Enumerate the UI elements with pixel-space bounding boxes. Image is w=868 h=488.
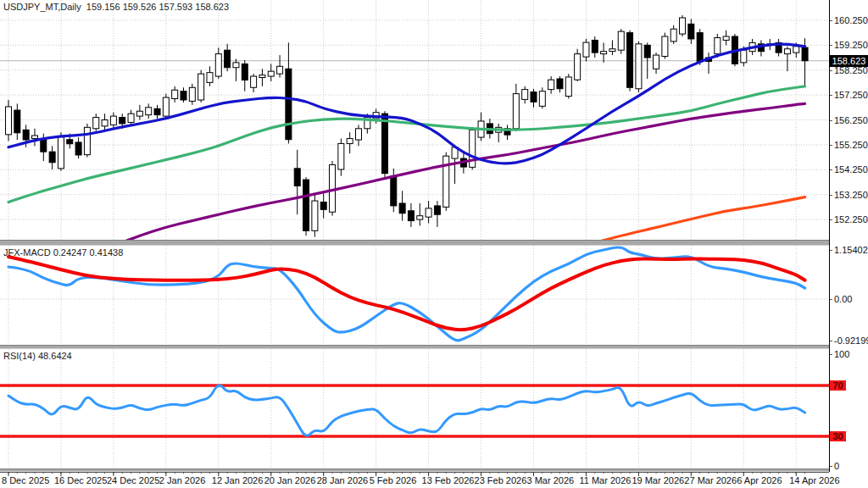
- rsi-value-label: 48.6424: [38, 351, 72, 361]
- candle[interactable]: [312, 193, 318, 236]
- macd-name-label: JFX-MACD: [3, 247, 51, 258]
- price-axis-label: 160.250: [834, 15, 868, 25]
- macd-axis-label: 1.15402: [834, 245, 868, 255]
- candle[interactable]: [531, 89, 537, 108]
- candle[interactable]: [618, 29, 624, 53]
- candle[interactable]: [259, 69, 265, 86]
- candle[interactable]: [504, 125, 510, 140]
- candle[interactable]: [347, 132, 353, 153]
- candle[interactable]: [784, 47, 790, 71]
- rsi-chart[interactable]: [0, 349, 829, 469]
- candle[interactable]: [776, 39, 782, 57]
- candle[interactable]: [110, 113, 116, 129]
- candle[interactable]: [198, 70, 204, 103]
- candle[interactable]: [654, 53, 659, 74]
- candle[interactable]: [434, 201, 440, 227]
- macd-chart[interactable]: [0, 246, 829, 345]
- candle[interactable]: [601, 42, 607, 63]
- candle[interactable]: [102, 114, 108, 130]
- candle[interactable]: [277, 55, 283, 77]
- candle[interactable]: [609, 40, 615, 55]
- candle[interactable]: [330, 161, 336, 216]
- candle[interactable]: [163, 94, 169, 119]
- candle[interactable]: [662, 33, 668, 59]
- candle[interactable]: [539, 87, 545, 108]
- date-label: 14 Apr 2026: [789, 475, 839, 485]
- candle[interactable]: [286, 42, 292, 143]
- candle[interactable]: [338, 139, 344, 176]
- ma-fast-blue-line: [8, 44, 805, 164]
- candle[interactable]: [706, 53, 712, 74]
- macd-axis-label: -0.92199: [834, 336, 868, 346]
- candle[interactable]: [627, 30, 633, 92]
- date-label: 20 Jan 2026: [264, 475, 316, 485]
- date-label: 12 Jan 2026: [212, 475, 264, 485]
- candle[interactable]: [636, 42, 642, 92]
- candle[interactable]: [181, 87, 186, 103]
- candle[interactable]: [680, 15, 686, 36]
- candle[interactable]: [426, 201, 431, 223]
- macd-title: JFX-MACD 0.24247 0.41438: [3, 247, 123, 258]
- price-axis[interactable]: 160.250159.250158.250157.250156.250155.2…: [829, 0, 868, 472]
- candle[interactable]: [136, 105, 142, 120]
- candle[interactable]: [688, 19, 694, 43]
- candle[interactable]: [93, 114, 99, 131]
- candle[interactable]: [356, 125, 362, 146]
- date-label: 8 Dec 2025: [2, 475, 49, 485]
- candle[interactable]: [294, 150, 300, 214]
- price-axis-label: 157.250: [834, 90, 868, 100]
- date-label: 5 Feb 2026: [370, 475, 417, 485]
- candle[interactable]: [303, 177, 309, 236]
- rsi-panel[interactable]: RSI(14) 48.6424: [0, 349, 829, 469]
- macd-panel[interactable]: JFX-MACD 0.24247 0.41438: [0, 246, 829, 345]
- panel-divider[interactable]: [0, 240, 868, 246]
- candle[interactable]: [215, 47, 221, 79]
- candle[interactable]: [320, 193, 326, 218]
- candle[interactable]: [58, 132, 64, 171]
- candle[interactable]: [399, 191, 405, 220]
- date-label: 19 Mar 2026: [632, 475, 684, 485]
- candle[interactable]: [84, 124, 90, 158]
- candle[interactable]: [583, 39, 589, 61]
- time-axis[interactable]: 8 Dec 202516 Dec 202524 Dec 20252 Jan 20…: [0, 472, 868, 488]
- candle[interactable]: [548, 76, 554, 94]
- candle[interactable]: [723, 30, 729, 46]
- candle[interactable]: [242, 60, 248, 92]
- main-chart-panel[interactable]: USDJPY_MT,Daily 159.156 159.526 157.593 …: [0, 0, 829, 240]
- candle[interactable]: [189, 84, 195, 105]
- candle[interactable]: [408, 203, 414, 227]
- candle[interactable]: [443, 152, 449, 211]
- candle[interactable]: [172, 86, 178, 103]
- candle[interactable]: [575, 49, 581, 81]
- candle[interactable]: [225, 44, 231, 71]
- candle[interactable]: [268, 64, 274, 81]
- candle[interactable]: [6, 100, 12, 141]
- date-label: 27 Mar 2026: [684, 475, 737, 485]
- date-label: 28 Jan 2026: [317, 475, 369, 485]
- candle[interactable]: [758, 40, 764, 56]
- candle[interactable]: [14, 103, 20, 140]
- candle[interactable]: [31, 129, 37, 147]
- candle[interactable]: [513, 84, 519, 131]
- candle[interactable]: [478, 113, 484, 141]
- candle[interactable]: [417, 203, 423, 225]
- candlestick-chart[interactable]: [0, 0, 829, 240]
- candle[interactable]: [49, 146, 55, 169]
- candle[interactable]: [557, 76, 563, 92]
- candle[interactable]: [154, 105, 160, 119]
- date-label: 3 Mar 2026: [527, 475, 575, 485]
- candle[interactable]: [251, 74, 257, 92]
- candle[interactable]: [522, 86, 528, 104]
- ma-extra-orange-line: [598, 197, 805, 240]
- candle[interactable]: [496, 124, 502, 142]
- rsi-line: [8, 385, 805, 435]
- price-axis-label: 159.250: [834, 40, 868, 50]
- candle[interactable]: [670, 25, 676, 44]
- candle[interactable]: [207, 66, 213, 86]
- candle[interactable]: [146, 103, 152, 119]
- macd-main-line: [8, 247, 805, 341]
- candle[interactable]: [592, 36, 598, 58]
- candle[interactable]: [565, 74, 571, 98]
- candle[interactable]: [470, 127, 476, 169]
- candle[interactable]: [75, 137, 81, 158]
